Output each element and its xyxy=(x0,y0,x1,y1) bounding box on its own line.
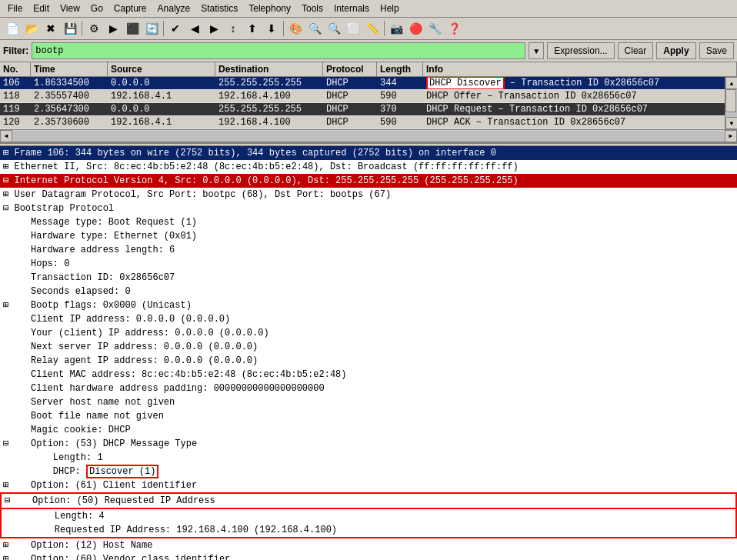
list-item[interactable]: DHCP: Discover (1) xyxy=(0,465,737,478)
menu-capture[interactable]: Capture xyxy=(109,2,152,15)
clear-button[interactable]: Clear xyxy=(618,42,654,59)
tb-color[interactable]: 🎨 xyxy=(286,19,305,38)
list-item[interactable]: Seconds elapsed: 0 xyxy=(0,285,737,298)
tb-new[interactable]: 📄 xyxy=(3,19,22,38)
list-item[interactable]: Boot file name not given xyxy=(0,409,737,423)
scroll-track[interactable] xyxy=(725,89,737,117)
list-item[interactable]: ⊟ Bootstrap Protocol xyxy=(0,202,737,215)
filter-input[interactable] xyxy=(32,42,525,59)
table-row[interactable]: 106 1.86334500 0.0.0.0 255.255.255.255 D… xyxy=(0,77,725,90)
expand-icon: ⊟ xyxy=(3,438,8,449)
list-item[interactable]: Magic cookie: DHCP xyxy=(0,423,737,437)
detail-text: Frame 106: 344 bytes on wire (2752 bits)… xyxy=(14,148,496,158)
list-item[interactable]: Hardware address length: 6 xyxy=(0,243,737,257)
tb-options[interactable]: ⚙ xyxy=(85,19,103,38)
indent xyxy=(14,438,25,449)
expand-icon: ⊞ xyxy=(3,480,8,491)
menu-view[interactable]: View xyxy=(55,2,85,15)
table-row[interactable]: 119 2.35647300 0.0.0.0 255.255.255.255 D… xyxy=(0,103,725,116)
tb-back[interactable]: ◀ xyxy=(185,19,204,38)
list-item[interactable]: ⊟ Option: (53) DHCP Message Type xyxy=(0,437,737,451)
detail-text: Client MAC address: 8c:ec:4b:b5:e2:48 (8… xyxy=(31,369,346,380)
indent xyxy=(3,397,25,408)
list-item[interactable]: ⊞ Bootp flags: 0x0000 (Unicast) xyxy=(0,298,737,312)
list-item[interactable]: ⊟ Option: (50) Requested IP Address xyxy=(0,492,737,509)
col-length: Length xyxy=(377,62,423,76)
tb-restart[interactable]: 🔄 xyxy=(142,19,161,38)
list-item[interactable]: Your (client) IP address: 0.0.0.0 (0.0.0… xyxy=(0,326,737,340)
menu-help[interactable]: Help xyxy=(375,2,404,15)
list-item[interactable]: Requested IP Address: 192.168.4.100 (192… xyxy=(0,523,737,538)
cell-len: 370 xyxy=(377,103,423,115)
menu-analyze[interactable]: Analyze xyxy=(153,2,195,15)
tb-open[interactable]: 📂 xyxy=(22,19,41,38)
table-row[interactable]: 120 2.35730600 192.168.4.1 192.168.4.100… xyxy=(0,116,725,129)
list-item[interactable]: ⊞ Option: (61) Client identifier xyxy=(0,478,737,492)
list-item[interactable]: Next server IP address: 0.0.0.0 (0.0.0.0… xyxy=(0,340,737,354)
indent xyxy=(3,314,25,325)
tb-zoom-in[interactable]: 🔍 xyxy=(305,19,324,38)
packet-detail-pane[interactable]: ⊞ Frame 106: 344 bytes on wire (2752 bit… xyxy=(0,146,737,560)
list-item[interactable]: Length: 1 xyxy=(0,451,737,465)
tb-colorize[interactable]: 🔴 xyxy=(406,19,425,38)
menu-edit[interactable]: Edit xyxy=(28,2,54,15)
tb-close[interactable]: ✖ xyxy=(42,19,60,38)
scroll-down-btn[interactable]: ▼ xyxy=(725,117,737,129)
list-item[interactable]: ⊞ Option: (60) Vendor class identifier xyxy=(0,552,737,560)
tb-filter[interactable]: ✔ xyxy=(166,19,185,38)
cell-proto: DHCP xyxy=(323,103,377,115)
detail-text: Option: (61) Client identifier xyxy=(31,480,197,491)
list-item[interactable]: Length: 4 xyxy=(0,509,737,523)
scroll-thumb[interactable] xyxy=(725,89,736,112)
tb-help[interactable]: ❓ xyxy=(445,19,463,38)
packet-list-vscrollbar[interactable]: ▲ ▼ xyxy=(725,77,737,129)
list-item[interactable]: ⊞ Option: (12) Host Name xyxy=(0,538,737,552)
list-item[interactable]: Hops: 0 xyxy=(0,257,737,271)
detail-text: Option: (53) DHCP Message Type xyxy=(31,438,197,449)
list-item[interactable]: Client MAC address: 8c:ec:4b:b5:e2:48 (8… xyxy=(0,368,737,382)
apply-button[interactable]: Apply xyxy=(656,42,695,59)
indent xyxy=(3,342,25,352)
list-item[interactable]: Hardware type: Ethernet (0x01) xyxy=(0,229,737,243)
list-item[interactable]: ⊞ Ethernet II, Src: 8c:ec:4b:b5:e2:48 (8… xyxy=(0,160,737,174)
list-item[interactable]: Client IP address: 0.0.0.0 (0.0.0.0) xyxy=(0,312,737,326)
list-item[interactable]: Relay agent IP address: 0.0.0.0 (0.0.0.0… xyxy=(0,354,737,368)
save-button[interactable]: Save xyxy=(699,42,734,59)
list-item[interactable]: Client hardware address padding: 0000000… xyxy=(0,382,737,395)
tb-zoom-reset[interactable]: ⬜ xyxy=(344,19,362,38)
tb-forward[interactable]: ▶ xyxy=(205,19,223,38)
table-row[interactable]: 118 2.35557400 192.168.4.1 192.168.4.100… xyxy=(0,90,725,103)
menu-go[interactable]: Go xyxy=(86,2,108,15)
menu-tools[interactable]: Tools xyxy=(297,2,328,15)
menu-internals[interactable]: Internals xyxy=(329,2,374,15)
tb-bottom[interactable]: ⬇ xyxy=(262,19,281,38)
cell-dst: 192.168.4.100 xyxy=(215,90,323,102)
tb-top[interactable]: ⬆ xyxy=(243,19,262,38)
list-item[interactable]: ⊞ Frame 106: 344 bytes on wire (2752 bit… xyxy=(0,146,737,160)
cell-no: 119 xyxy=(0,103,31,115)
expression-button[interactable]: Expression... xyxy=(547,42,614,59)
menu-telephony[interactable]: Telephony xyxy=(244,2,295,15)
tb-prefs[interactable]: 🔧 xyxy=(425,19,444,38)
hscroll-right-btn[interactable]: ▶ xyxy=(725,130,737,142)
tb-zoom-out[interactable]: 🔍 xyxy=(325,19,343,38)
tb-resize[interactable]: 📏 xyxy=(363,19,382,38)
menu-statistics[interactable]: Statistics xyxy=(196,2,242,15)
tb-goto[interactable]: ↕ xyxy=(224,19,242,38)
packet-list-hscrollbar[interactable]: ◀ ▶ xyxy=(0,129,737,142)
list-item[interactable]: Server host name not given xyxy=(0,395,737,409)
filter-dropdown[interactable]: ▼ xyxy=(529,42,544,59)
tb-save[interactable]: 💾 xyxy=(61,19,79,38)
hscroll-left-btn[interactable]: ◀ xyxy=(0,130,12,142)
tb-start[interactable]: ▶ xyxy=(104,19,122,38)
list-item[interactable]: ⊞ User Datagram Protocol, Src Port: boot… xyxy=(0,188,737,202)
tb-capture-options[interactable]: 📷 xyxy=(387,19,405,38)
list-item[interactable]: ⊟ Internet Protocol Version 4, Src: 0.0.… xyxy=(0,174,737,188)
menu-file[interactable]: File xyxy=(3,2,27,15)
tb-stop[interactable]: ⬛ xyxy=(123,19,142,38)
list-item[interactable]: Transaction ID: 0x28656c07 xyxy=(0,271,737,285)
scroll-up-btn[interactable]: ▲ xyxy=(725,77,737,89)
list-item[interactable]: Message type: Boot Request (1) xyxy=(0,215,737,229)
indent xyxy=(3,245,25,255)
hscroll-track[interactable] xyxy=(12,131,725,142)
